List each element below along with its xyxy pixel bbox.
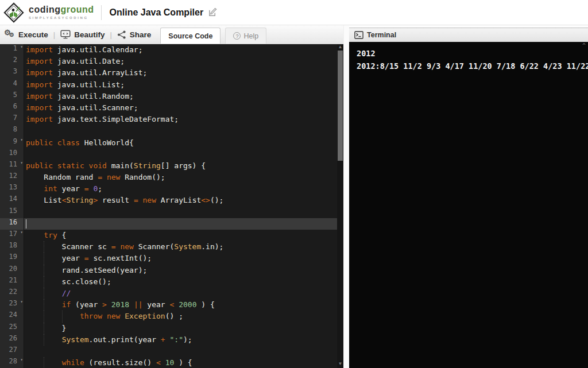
fold-toggle-icon[interactable]: ▾: [20, 137, 23, 142]
toolbar-separator: |: [110, 30, 111, 39]
terminal-panel: Terminal ^ 20122012:8/15 11/2 9/3 4/17 1…: [349, 25, 588, 368]
brand-tagline: SIMPLYEASYCODING: [29, 16, 94, 20]
fold-toggle-icon[interactable]: ▾: [20, 299, 23, 304]
code-token: [26, 231, 44, 239]
tab-source-code[interactable]: Source Code: [160, 28, 220, 44]
editor-code-area[interactable]: import java.util.Calendar;import java.ut…: [24, 44, 337, 368]
code-line[interactable]: List<String> result = new ArrayList<>();: [24, 195, 337, 206]
gutter-line-number: 13: [0, 183, 24, 195]
help-icon: ?: [233, 32, 241, 40]
fold-toggle-icon[interactable]: ▾: [20, 357, 23, 362]
edit-title-icon[interactable]: [208, 7, 218, 17]
code-line[interactable]: import java.util.Random;: [24, 91, 337, 102]
code-line[interactable]: System.out.print(year + ":");: [24, 334, 337, 346]
code-token: year: [143, 300, 170, 309]
code-token: public class: [26, 138, 80, 147]
scroll-up-icon[interactable]: ▲: [337, 44, 343, 50]
code-token: {: [57, 231, 67, 239]
code-token: Random rand: [26, 173, 98, 181]
execute-button[interactable]: ⚙⚙ Execute: [4, 30, 48, 39]
code-line[interactable]: throw new Exception() ;: [24, 311, 337, 322]
header-divider: [101, 5, 102, 20]
code-line[interactable]: import java.util.Calendar;: [24, 44, 337, 56]
code-token: import: [26, 80, 53, 89]
code-line[interactable]: while (result.size() < 10 ) {: [24, 357, 337, 368]
code-token: System: [62, 335, 89, 344]
terminal-scroll-up-icon[interactable]: ^: [582, 42, 586, 49]
gutter-line-number: 11▾: [0, 160, 24, 172]
code-token: [102, 173, 107, 181]
fold-toggle-icon[interactable]: ▾: [20, 44, 23, 49]
beautify-button[interactable]: Beautify: [60, 30, 105, 39]
code-line[interactable]: public class HelloWorld{: [24, 137, 337, 149]
code-line[interactable]: //: [24, 288, 337, 299]
code-line[interactable]: Scanner sc = new Scanner(System.in);: [24, 241, 337, 253]
brand[interactable]: codingground SIMPLYEASYCODING: [29, 5, 94, 20]
scrollbar-thumb[interactable]: [338, 51, 343, 161]
code-token: ||: [134, 300, 143, 309]
code-line[interactable]: import java.text.SimpleDateFormat;: [24, 114, 337, 125]
code-line[interactable]: import java.util.List;: [24, 79, 337, 91]
gutter-line-number: 25: [0, 323, 24, 334]
gutter-line-number: 15: [0, 207, 24, 218]
gutter-line-number: 21: [0, 276, 24, 288]
code-line[interactable]: [24, 125, 337, 137]
monitor-code-icon: [60, 30, 71, 39]
code-token: import: [26, 57, 53, 65]
code-token: main(: [107, 161, 134, 170]
code-token: throw new: [80, 312, 120, 320]
editor-tabs: Source Code ? Help: [160, 28, 266, 44]
code-token: import: [26, 115, 53, 123]
terminal-output[interactable]: ^ 20122012:8/15 11/2 9/3 4/17 11/20 7/18…: [349, 42, 588, 368]
indent-guide: [44, 311, 44, 322]
code-line[interactable]: [24, 149, 337, 160]
code-token: java.util.Calendar;: [53, 45, 143, 54]
execute-label: Execute: [18, 30, 48, 39]
code-token: 10: [165, 358, 175, 367]
code-token: ;: [98, 184, 102, 193]
code-line[interactable]: import java.util.Scanner;: [24, 102, 337, 114]
code-token: try: [44, 231, 57, 239]
editor-scrollbar[interactable]: ▲ ▼: [337, 44, 343, 368]
tab-help[interactable]: ? Help: [225, 28, 266, 44]
code-token: year: [26, 254, 84, 262]
toolbar: ⚙⚙ Execute | Beautify |: [0, 25, 343, 44]
share-button[interactable]: Share: [117, 30, 152, 39]
fold-toggle-icon[interactable]: ▾: [20, 230, 23, 235]
code-token: Scanner(: [134, 242, 174, 251]
code-token: +: [161, 335, 165, 344]
editor-gutter: 1▾23456789▾1011▾121314151617▾18192021222…: [0, 44, 24, 368]
indent-guide: [44, 253, 44, 264]
code-line[interactable]: Random rand = new Random();: [24, 172, 337, 183]
code-line[interactable]: [24, 346, 337, 357]
indent-guide: [44, 323, 44, 334]
code-line[interactable]: [24, 218, 337, 230]
scroll-down-icon[interactable]: ▼: [337, 361, 343, 367]
code-line[interactable]: sc.close();: [24, 276, 337, 288]
code-line[interactable]: import java.util.ArrayList;: [24, 67, 337, 79]
code-line[interactable]: rand.setSeed(year);: [24, 265, 337, 276]
code-token: (year: [71, 300, 102, 309]
code-token: import: [26, 92, 53, 100]
code-token: <>: [201, 196, 210, 204]
code-token: (result.size(): [84, 358, 156, 367]
brand-ground: ground: [60, 5, 94, 14]
code-line[interactable]: try {: [24, 230, 337, 241]
gutter-line-number: 1▾: [0, 44, 24, 56]
fold-toggle-icon[interactable]: ▾: [20, 160, 23, 165]
code-token: Random();: [120, 173, 165, 181]
code-line[interactable]: year = sc.nextInt();: [24, 253, 337, 264]
code-line[interactable]: [24, 207, 337, 218]
code-token: if: [62, 300, 71, 309]
code-line[interactable]: import java.util.Date;: [24, 56, 337, 67]
code-line[interactable]: public static void main(String[] args) {: [24, 160, 337, 172]
gutter-line-number: 2: [0, 56, 24, 67]
code-editor[interactable]: 1▾23456789▾1011▾121314151617▾18192021222…: [0, 44, 343, 368]
panel-divider[interactable]: [343, 25, 349, 368]
code-token: <: [156, 358, 161, 367]
code-line[interactable]: }: [24, 323, 337, 334]
code-line[interactable]: if (year > 2018 || year < 2000 ) {: [24, 299, 337, 311]
code-line[interactable]: int year = 0;: [24, 183, 337, 195]
gutter-line-number: 18: [0, 241, 24, 253]
gears-icon: ⚙⚙: [4, 30, 15, 39]
